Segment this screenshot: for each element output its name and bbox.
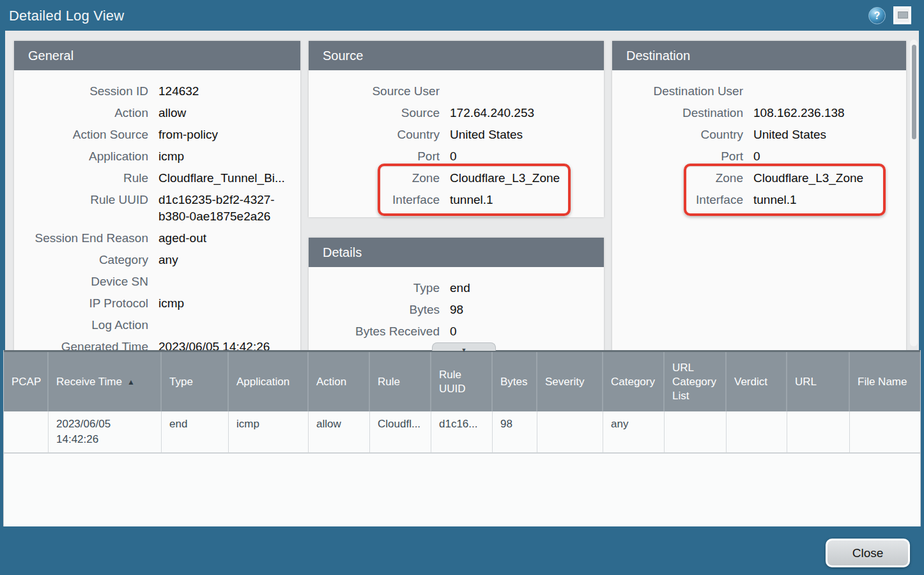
field-value: icmp xyxy=(158,148,291,165)
destination-panel-body: Destination User Destination108.162.236.… xyxy=(612,70,906,211)
field-row: Session ID124632 xyxy=(14,80,300,102)
column-header-action[interactable]: Action xyxy=(309,352,370,411)
field-row: CountryUnited States xyxy=(309,124,604,146)
details-panel-body: Typeend Bytes98 Bytes Received0 xyxy=(309,267,604,342)
column-header-label: Verdict xyxy=(734,375,767,389)
general-panel-header: General xyxy=(14,41,300,70)
cell-verdict xyxy=(727,411,787,452)
column-header-label: URL xyxy=(795,375,817,389)
column-header-url-category-list[interactable]: URL Category List xyxy=(665,352,727,411)
field-label: Country xyxy=(612,126,743,143)
field-row: Bytes98 xyxy=(309,299,604,321)
field-value xyxy=(753,83,897,100)
field-row: Typeend xyxy=(309,277,604,299)
column-header-label: Rule xyxy=(378,375,400,389)
field-row: ZoneCloudflare_L3_Zone xyxy=(612,167,906,189)
field-value: 0 xyxy=(450,323,595,340)
field-value: 124632 xyxy=(158,83,291,100)
field-row: Bytes Received0 xyxy=(309,321,604,342)
column-header-label: Type xyxy=(169,375,193,389)
column-header-severity[interactable]: Severity xyxy=(537,352,603,411)
field-label: Bytes xyxy=(309,302,440,318)
column-header-verdict[interactable]: Verdict xyxy=(727,352,787,411)
field-value: icmp xyxy=(158,295,291,312)
field-label: Destination xyxy=(612,105,743,121)
field-row: Rule UUIDd1c16235-b2f2-4327-b380-0ae1875… xyxy=(14,189,300,227)
field-row: CountryUnited States xyxy=(612,124,906,146)
cell-pcap xyxy=(4,411,49,452)
cell-rule-uuid: d1c16... xyxy=(431,411,493,452)
field-row: Applicationicmp xyxy=(14,146,300,167)
field-label: Device SN xyxy=(14,273,148,290)
field-label: Interface xyxy=(612,192,743,208)
field-value: 98 xyxy=(450,302,595,318)
vertical-scrollbar-track[interactable] xyxy=(910,40,918,346)
column-header-file-name[interactable]: File Name xyxy=(850,352,920,411)
column-header-label: URL Category List xyxy=(672,361,718,403)
field-value: 172.64.240.253 xyxy=(450,105,595,121)
field-row: ZoneCloudflare_L3_Zone xyxy=(309,167,604,189)
field-value: Cloudflare_L3_Zone xyxy=(753,170,897,187)
column-header-receive-time[interactable]: Receive Time▲ xyxy=(49,352,162,411)
field-row: Interfacetunnel.1 xyxy=(309,189,604,211)
destination-panel-header: Destination xyxy=(612,41,906,70)
field-value xyxy=(158,273,291,290)
help-icon[interactable]: ? xyxy=(868,7,886,24)
field-row: RuleCloudflare_Tunnel_Bi... xyxy=(14,167,300,189)
field-row: Action Sourcefrom-policy xyxy=(14,124,300,146)
panel-table-splitter[interactable]: ▼ xyxy=(432,342,496,351)
detail-panels-area: General Session ID124632 Actionallow Act… xyxy=(5,31,919,350)
close-button[interactable]: Close xyxy=(826,539,910,567)
table-row[interactable]: 2023/06/05 14:42:26 end icmp allow Cloud… xyxy=(4,411,920,454)
column-header-bytes[interactable]: Bytes xyxy=(493,352,537,411)
field-value: from-policy xyxy=(158,126,291,143)
field-row: Device SN xyxy=(14,271,300,293)
field-row: Actionallow xyxy=(14,102,300,124)
cell-receive-time: 2023/06/05 14:42:26 xyxy=(49,411,162,452)
field-label: Bytes Received xyxy=(309,323,440,340)
column-header-label: Application xyxy=(236,375,289,389)
field-row: Session End Reasonaged-out xyxy=(14,227,300,249)
window-icon[interactable] xyxy=(893,6,911,24)
column-header-type[interactable]: Type xyxy=(162,352,229,411)
general-panel: General Session ID124632 Actionallow Act… xyxy=(14,41,300,350)
cell-url-category-list xyxy=(665,411,727,452)
field-value xyxy=(158,317,291,334)
column-header-rule[interactable]: Rule xyxy=(370,352,431,411)
field-label: Source User xyxy=(309,83,440,100)
column-header-pcap[interactable]: PCAP xyxy=(4,352,49,411)
field-label: Action Source xyxy=(14,126,148,143)
column-header-label: Rule UUID xyxy=(439,368,484,396)
field-label: Source xyxy=(309,105,440,121)
field-row: Port0 xyxy=(309,146,604,167)
field-value: 2023/06/05 14:42:26 xyxy=(158,339,291,350)
column-header-category[interactable]: Category xyxy=(603,352,665,411)
column-header-label: Severity xyxy=(545,375,584,389)
field-row: Port0 xyxy=(612,146,906,167)
field-value: 0 xyxy=(450,148,595,165)
cell-type: end xyxy=(162,411,229,452)
column-header-url[interactable]: URL xyxy=(787,352,850,411)
cell-action: allow xyxy=(309,411,370,452)
field-value: United States xyxy=(450,126,595,143)
column-header-application[interactable]: Application xyxy=(229,352,309,411)
column-header-rule-uuid[interactable]: Rule UUID xyxy=(431,352,493,411)
field-label: Zone xyxy=(309,170,440,187)
log-table: PCAP Receive Time▲ Type Application Acti… xyxy=(3,350,921,526)
cell-bytes: 98 xyxy=(493,411,537,452)
field-value xyxy=(450,83,595,100)
details-panel-header: Details xyxy=(309,238,604,267)
field-row: Source172.64.240.253 xyxy=(309,102,604,124)
column-header-label: Receive Time xyxy=(56,375,122,389)
vertical-scrollbar-thumb[interactable] xyxy=(912,45,916,139)
field-value: Cloudflare_L3_Zone xyxy=(450,170,595,187)
field-label: Country xyxy=(309,126,440,143)
field-row: Generated Time2023/06/05 14:42:26 xyxy=(14,336,300,350)
field-label: Action xyxy=(14,105,148,121)
field-label: Session ID xyxy=(14,83,148,100)
column-header-label: Category xyxy=(611,375,655,389)
field-value: 108.162.236.138 xyxy=(753,105,897,121)
field-value: allow xyxy=(158,105,291,121)
field-label: Port xyxy=(309,148,440,165)
field-value: d1c16235-b2f2-4327-b380-0ae1875e2a26 xyxy=(158,192,291,225)
